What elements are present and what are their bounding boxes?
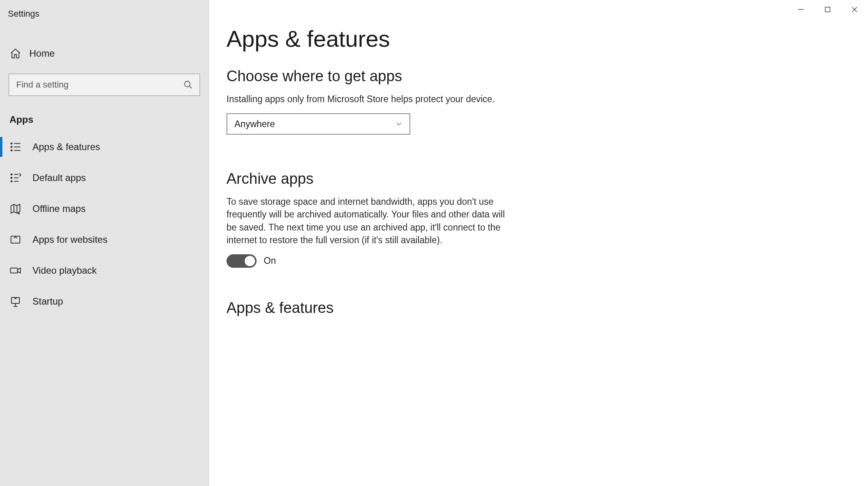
page-title: Apps & features xyxy=(227,25,728,52)
sidebar-item-label: Apps & features xyxy=(32,141,100,152)
chevron-down-icon xyxy=(394,120,403,128)
sidebar-item-video-playback[interactable]: Video playback xyxy=(0,255,209,286)
sidebar-item-label: Video playback xyxy=(32,265,97,276)
sidebar-item-apps-websites[interactable]: Apps for websites xyxy=(0,224,209,255)
sidebar-section-label: Apps xyxy=(0,96,209,132)
apps-websites-icon xyxy=(10,234,21,246)
toggle-knob xyxy=(245,256,255,266)
archive-toggle[interactable] xyxy=(227,254,257,268)
main-content: Apps & features Choose where to get apps… xyxy=(209,0,868,486)
sidebar: Settings Home Apps Apps & features xyxy=(0,0,209,486)
sidebar-item-label: Offline maps xyxy=(32,203,86,214)
home-icon xyxy=(10,48,21,59)
titlebar-controls xyxy=(787,0,868,19)
svg-point-4 xyxy=(11,150,12,151)
svg-point-8 xyxy=(11,174,12,175)
window-title: Settings xyxy=(0,3,209,25)
svg-rect-22 xyxy=(825,7,830,12)
sidebar-item-label: Default apps xyxy=(32,172,86,183)
video-playback-icon xyxy=(10,265,21,276)
archive-toggle-label: On xyxy=(264,255,276,266)
sidebar-item-default-apps[interactable]: Default apps xyxy=(0,162,209,193)
search-container xyxy=(9,74,200,96)
sidebar-item-label: Startup xyxy=(32,296,63,307)
app-source-select[interactable]: Anywhere xyxy=(227,113,410,135)
select-value: Anywhere xyxy=(234,119,275,130)
minimize-button[interactable] xyxy=(787,0,814,19)
section-desc-where: Installing apps only from Microsoft Stor… xyxy=(227,93,512,105)
sidebar-item-offline-maps[interactable]: Offline maps xyxy=(0,193,209,224)
svg-point-9 xyxy=(11,177,12,179)
default-apps-icon xyxy=(10,172,21,184)
svg-point-10 xyxy=(11,181,12,182)
section-title-where: Choose where to get apps xyxy=(227,68,728,85)
section-desc-archive: To save storage space and internet bandw… xyxy=(227,195,516,246)
startup-icon xyxy=(10,295,21,307)
sidebar-item-apps-features[interactable]: Apps & features xyxy=(0,132,209,162)
svg-point-2 xyxy=(11,143,12,144)
sidebar-item-label: Apps for websites xyxy=(32,234,107,245)
section-title-apps-list: Apps & features xyxy=(227,299,728,316)
maximize-button[interactable] xyxy=(814,0,841,19)
offline-maps-icon xyxy=(10,203,21,215)
search-input[interactable] xyxy=(9,74,200,96)
sidebar-home[interactable]: Home xyxy=(0,40,209,67)
sidebar-item-startup[interactable]: Startup xyxy=(0,286,209,317)
svg-point-3 xyxy=(11,147,12,148)
svg-rect-17 xyxy=(11,268,18,273)
section-title-archive: Archive apps xyxy=(227,170,728,187)
apps-features-icon xyxy=(10,141,21,153)
sidebar-home-label: Home xyxy=(29,48,55,59)
close-button[interactable] xyxy=(841,0,868,19)
